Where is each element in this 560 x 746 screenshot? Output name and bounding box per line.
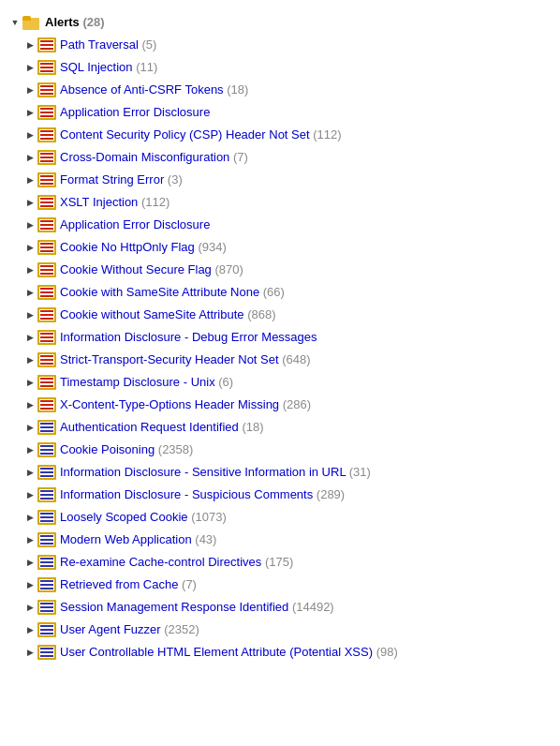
list-item[interactable]: Loosely Scoped Cookie (1073) <box>22 506 553 529</box>
list-item[interactable]: Cross-Domain Misconfiguration (7) <box>22 146 553 169</box>
list-item[interactable]: Application Error Disclosure <box>22 214 553 236</box>
list-item[interactable]: Strict-Transport-Security Header Not Set… <box>22 349 553 371</box>
item-chevron[interactable] <box>22 285 37 300</box>
list-item[interactable]: Application Error Disclosure <box>22 101 553 124</box>
item-chevron[interactable] <box>22 150 37 165</box>
item-label[interactable]: Modern Web Application (43) <box>60 530 216 549</box>
item-count: (648) <box>279 352 311 366</box>
list-item[interactable]: Cookie with SameSite Attribute None (66) <box>22 281 553 304</box>
item-chevron[interactable] <box>22 37 37 52</box>
item-label[interactable]: Format String Error (3) <box>60 171 183 189</box>
list-item[interactable]: Retrieved from Cache (7) <box>22 574 553 596</box>
svg-rect-94 <box>40 451 53 453</box>
svg-rect-17 <box>40 108 53 117</box>
svg-rect-24 <box>40 136 53 138</box>
list-item[interactable]: X-Content-Type-Options Header Missing (2… <box>22 394 553 416</box>
item-label[interactable]: Cookie Poisoning (2358) <box>60 440 193 459</box>
list-item[interactable]: Modern Web Application (43) <box>22 529 553 551</box>
list-item[interactable]: Format String Error (3) <box>22 169 553 191</box>
item-chevron[interactable] <box>22 82 37 97</box>
item-chevron[interactable] <box>22 645 37 660</box>
item-label[interactable]: User Controllable HTML Element Attribute… <box>60 643 398 662</box>
list-item[interactable]: Information Disclosure - Sensitive Infor… <box>22 461 553 484</box>
flag-icon <box>37 240 56 255</box>
item-label[interactable]: Cookie without SameSite Attribute (868) <box>60 306 276 324</box>
item-label[interactable]: Cookie Without Secure Flag (870) <box>60 261 243 279</box>
item-chevron[interactable] <box>22 330 37 345</box>
item-chevron[interactable] <box>22 510 37 525</box>
flag-icon <box>37 487 56 502</box>
item-count: (7) <box>229 150 248 164</box>
svg-rect-38 <box>40 200 53 201</box>
item-count: (3) <box>164 172 183 186</box>
item-label[interactable]: XSLT Injection (112) <box>60 193 169 212</box>
root-node[interactable]: Alerts (28) <box>7 11 553 34</box>
item-chevron[interactable] <box>22 465 37 480</box>
list-item[interactable]: Session Management Response Identified (… <box>22 596 553 619</box>
item-chevron[interactable] <box>22 127 37 142</box>
list-item[interactable]: Timestamp Disclosure - Unix (6) <box>22 371 553 394</box>
item-chevron[interactable] <box>22 442 37 457</box>
list-item[interactable]: Content Security Policy (CSP) Header Not… <box>22 124 553 146</box>
list-item[interactable]: Re-examine Cache-control Directives (175… <box>22 551 553 574</box>
item-label[interactable]: Information Disclosure - Debug Error Mes… <box>60 328 317 347</box>
item-label[interactable]: Loosely Scoped Cookie (1073) <box>60 508 227 527</box>
item-chevron[interactable] <box>22 352 37 367</box>
item-chevron[interactable] <box>22 555 37 570</box>
item-chevron[interactable] <box>22 532 37 547</box>
item-label[interactable]: Authentication Request Identified (18) <box>60 418 264 437</box>
item-chevron[interactable] <box>22 375 37 390</box>
list-item[interactable]: User Agent Fuzzer (2352) <box>22 619 553 641</box>
item-chevron[interactable] <box>22 622 37 637</box>
item-chevron[interactable] <box>22 217 37 232</box>
item-count: (870) <box>212 262 243 276</box>
list-item[interactable]: Absence of Anti-CSRF Tokens (18) <box>22 79 553 101</box>
item-chevron[interactable] <box>22 172 37 187</box>
item-label[interactable]: Absence of Anti-CSRF Tokens (18) <box>60 81 248 99</box>
item-chevron[interactable] <box>22 487 37 502</box>
item-label[interactable]: Cookie No HttpOnly Flag (934) <box>60 238 227 257</box>
item-label[interactable]: Retrieved from Cache (7) <box>60 575 197 594</box>
item-label[interactable]: Application Error Disclosure <box>60 216 210 234</box>
item-label[interactable]: Cookie with SameSite Attribute None (66) <box>60 283 285 302</box>
item-chevron[interactable] <box>22 60 37 75</box>
item-label[interactable]: Application Error Disclosure <box>60 103 210 122</box>
item-label[interactable]: Re-examine Cache-control Directives (175… <box>60 553 293 572</box>
item-chevron[interactable] <box>22 195 37 210</box>
list-item[interactable]: Cookie without SameSite Attribute (868) <box>22 304 553 326</box>
item-chevron[interactable] <box>22 307 37 322</box>
item-chevron[interactable] <box>22 262 37 277</box>
list-item[interactable]: Cookie Poisoning (2358) <box>22 439 553 461</box>
list-item[interactable]: Authentication Request Identified (18) <box>22 416 553 439</box>
list-item[interactable]: Cookie No HttpOnly Flag (934) <box>22 236 553 259</box>
svg-rect-62 <box>40 310 53 320</box>
item-label[interactable]: X-Content-Type-Options Header Missing (2… <box>60 395 311 414</box>
item-chevron[interactable] <box>22 420 37 435</box>
list-item[interactable]: Information Disclosure - Suspicious Comm… <box>22 484 553 506</box>
item-label[interactable]: Strict-Transport-Security Header Not Set… <box>60 351 311 369</box>
list-item[interactable]: Information Disclosure - Debug Error Mes… <box>22 326 553 349</box>
item-label[interactable]: User Agent Fuzzer (2352) <box>60 620 199 639</box>
item-chevron[interactable] <box>22 105 37 120</box>
item-chevron[interactable] <box>22 577 37 592</box>
svg-rect-118 <box>40 560 53 561</box>
svg-rect-57 <box>40 288 53 297</box>
item-label[interactable]: SQL Injection (11) <box>60 58 157 77</box>
item-chevron[interactable] <box>22 397 37 412</box>
item-label[interactable]: Path Traversal (5) <box>60 36 156 54</box>
list-item[interactable]: Path Traversal (5) <box>22 34 553 56</box>
list-item[interactable]: XSLT Injection (112) <box>22 191 553 214</box>
item-label[interactable]: Session Management Response Identified (… <box>60 598 334 617</box>
list-item[interactable]: Cookie Without Secure Flag (870) <box>22 259 553 281</box>
item-label[interactable]: Information Disclosure - Sensitive Infor… <box>60 463 371 482</box>
item-label[interactable]: Timestamp Disclosure - Unix (6) <box>60 373 233 392</box>
item-chevron[interactable] <box>22 600 37 615</box>
root-chevron[interactable] <box>7 15 22 30</box>
list-item[interactable]: SQL Injection (11) <box>22 56 553 79</box>
item-label[interactable]: Information Disclosure - Suspicious Comm… <box>60 485 345 504</box>
list-item[interactable]: User Controllable HTML Element Attribute… <box>22 641 553 664</box>
svg-rect-129 <box>40 608 53 610</box>
item-label[interactable]: Content Security Policy (CSP) Header Not… <box>60 126 342 144</box>
item-label[interactable]: Cross-Domain Misconfiguration (7) <box>60 148 248 167</box>
item-chevron[interactable] <box>22 240 37 255</box>
